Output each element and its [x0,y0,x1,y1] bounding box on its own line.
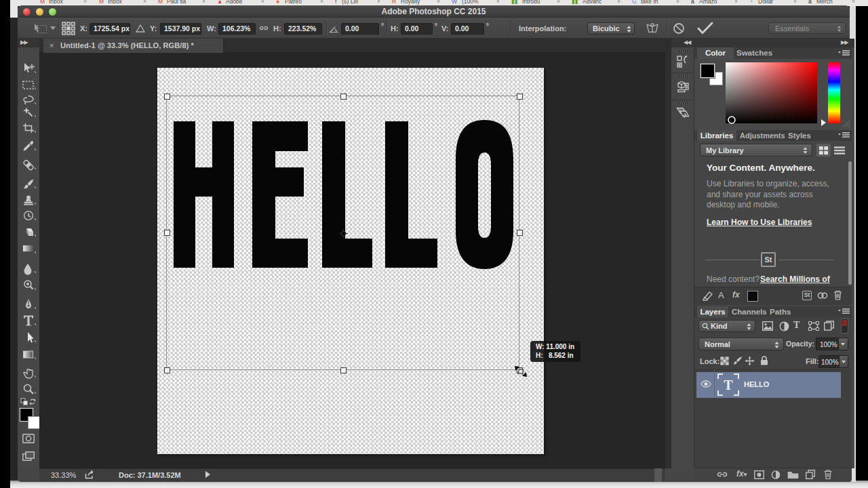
svg-text:T: T [724,378,733,392]
